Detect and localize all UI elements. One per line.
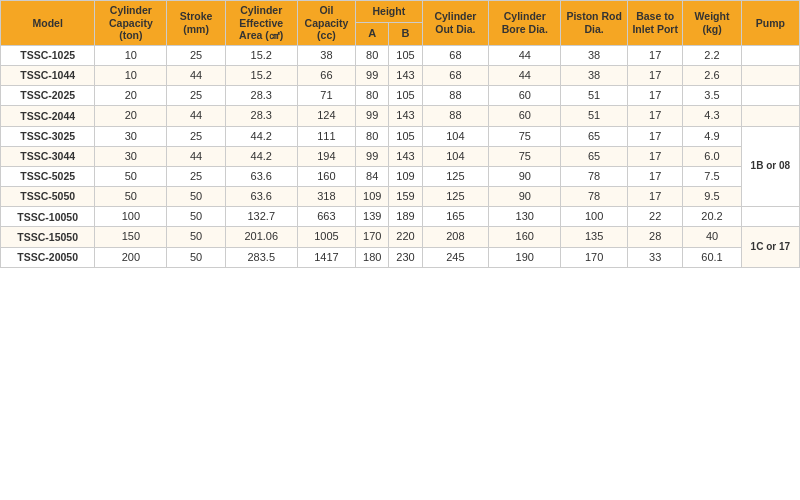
table-cell: 143 <box>389 146 422 166</box>
table-cell: 220 <box>389 227 422 247</box>
header-height-group: Height <box>356 1 423 23</box>
header-rod-dia: Piston Rod Dia. <box>561 1 628 46</box>
table-cell: 208 <box>422 227 489 247</box>
table-cell: 190 <box>489 247 561 267</box>
table-cell: 143 <box>389 106 422 126</box>
table-cell: 105 <box>389 45 422 65</box>
table-row: TSSC-1005010050132.766313918916513010022… <box>1 207 800 227</box>
table-cell: 65 <box>561 126 628 146</box>
pump-cell-empty <box>741 65 799 85</box>
table-cell: TSSC-5050 <box>1 187 95 207</box>
header-capacity: Cylinder Capacity (ton) <box>95 1 167 46</box>
header-oil-capacity: Oil Capacity (cc) <box>297 1 355 46</box>
table-cell: 125 <box>422 187 489 207</box>
table-cell: 100 <box>95 207 167 227</box>
table-cell: 44 <box>167 65 225 85</box>
table-cell: 125 <box>422 166 489 186</box>
table-cell: 143 <box>389 65 422 85</box>
pump-cell-empty <box>741 207 799 227</box>
table-cell: 17 <box>627 65 682 85</box>
pump-cell-empty <box>741 106 799 126</box>
pump-cell-empty <box>741 45 799 65</box>
table-cell: 4.3 <box>683 106 741 126</box>
table-cell: 160 <box>489 227 561 247</box>
table-cell: TSSC-2044 <box>1 106 95 126</box>
table-cell: 90 <box>489 166 561 186</box>
table-cell: 9.5 <box>683 187 741 207</box>
table-cell: 318 <box>297 187 355 207</box>
table-cell: 44.2 <box>225 126 297 146</box>
table-cell: 99 <box>356 146 389 166</box>
table-cell: 65 <box>561 146 628 166</box>
table-cell: 10 <box>95 65 167 85</box>
table-cell: 51 <box>561 86 628 106</box>
table-cell: 38 <box>561 45 628 65</box>
table-cell: 159 <box>389 187 422 207</box>
table-cell: 88 <box>422 106 489 126</box>
table-cell: 15.2 <box>225 45 297 65</box>
table-cell: 10 <box>95 45 167 65</box>
table-cell: 44 <box>489 45 561 65</box>
table-row: TSSC-1505015050201.061005170220208160135… <box>1 227 800 247</box>
table-cell: 99 <box>356 106 389 126</box>
table-row: TSSC-2044204428.312499143886051174.3 <box>1 106 800 126</box>
table-cell: 20.2 <box>683 207 741 227</box>
table-cell: 100 <box>561 207 628 227</box>
table-cell: 84 <box>356 166 389 186</box>
table-cell: 180 <box>356 247 389 267</box>
table-row: TSSC-3025302544.2111801051047565174.91B … <box>1 126 800 146</box>
table-cell: 17 <box>627 146 682 166</box>
table-cell: 17 <box>627 86 682 106</box>
table-cell: 189 <box>389 207 422 227</box>
header-stroke: Stroke (mm) <box>167 1 225 46</box>
table-cell: 99 <box>356 65 389 85</box>
table-cell: 194 <box>297 146 355 166</box>
table-cell: 1005 <box>297 227 355 247</box>
table-cell: 20 <box>95 106 167 126</box>
table-cell: 44 <box>167 146 225 166</box>
table-cell: 20 <box>95 86 167 106</box>
table-cell: TSSC-10050 <box>1 207 95 227</box>
table-cell: 30 <box>95 146 167 166</box>
table-cell: 68 <box>422 65 489 85</box>
header-weight: Weight (kg) <box>683 1 741 46</box>
table-cell: 50 <box>167 187 225 207</box>
table-cell: 245 <box>422 247 489 267</box>
table-cell: 2.2 <box>683 45 741 65</box>
data-table: Model Cylinder Capacity (ton) Stroke (mm… <box>0 0 800 268</box>
table-row: TSSC-5025502563.6160841091259078177.5 <box>1 166 800 186</box>
table-cell: 17 <box>627 126 682 146</box>
table-cell: 71 <box>297 86 355 106</box>
table-cell: 40 <box>683 227 741 247</box>
table-cell: 105 <box>389 126 422 146</box>
table-cell: 78 <box>561 166 628 186</box>
table-cell: 17 <box>627 187 682 207</box>
header-sub-b: B <box>389 23 422 46</box>
table-cell: 30 <box>95 126 167 146</box>
table-cell: TSSC-1044 <box>1 65 95 85</box>
table-cell: 50 <box>95 187 167 207</box>
table-cell: 66 <box>297 65 355 85</box>
table-cell: 170 <box>356 227 389 247</box>
table-row: TSSC-1025102515.23880105684438172.2 <box>1 45 800 65</box>
table-cell: 165 <box>422 207 489 227</box>
table-cell: 50 <box>167 247 225 267</box>
table-cell: 150 <box>95 227 167 247</box>
table-cell: 1417 <box>297 247 355 267</box>
table-cell: 25 <box>167 45 225 65</box>
header-sub-a: A <box>356 23 389 46</box>
table-cell: 78 <box>561 187 628 207</box>
table-cell: 17 <box>627 45 682 65</box>
pump-cell-1b: 1B or 08 <box>741 126 799 207</box>
table-cell: 44.2 <box>225 146 297 166</box>
header-pump: Pump <box>741 1 799 46</box>
table-cell: 6.0 <box>683 146 741 166</box>
table-cell: 63.6 <box>225 166 297 186</box>
table-cell: 50 <box>167 227 225 247</box>
table-cell: 28.3 <box>225 86 297 106</box>
table-cell: 80 <box>356 86 389 106</box>
table-row: TSSC-5050505063.63181091591259078179.5 <box>1 187 800 207</box>
table-cell: 124 <box>297 106 355 126</box>
table-cell: 60.1 <box>683 247 741 267</box>
table-cell: 44 <box>167 106 225 126</box>
